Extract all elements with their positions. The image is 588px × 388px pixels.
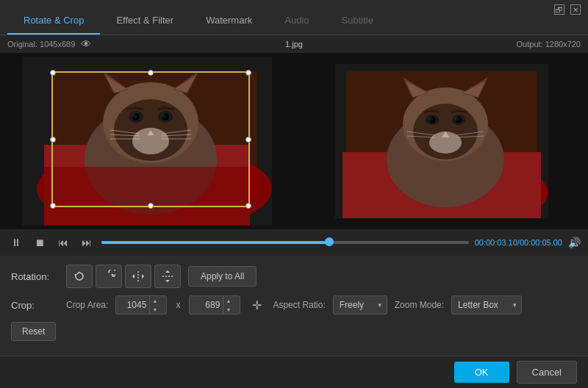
close-button[interactable]: ✕ bbox=[570, 4, 581, 15]
zoom-mode-wrapper[interactable]: Letter Box Pan & Scan Full bbox=[451, 295, 522, 315]
svg-point-16 bbox=[162, 113, 169, 121]
move-icon[interactable]: ✛ bbox=[248, 296, 265, 314]
tab-watermark[interactable]: Watermark bbox=[190, 7, 268, 35]
play-button[interactable]: ⏸ bbox=[7, 234, 25, 251]
aspect-ratio-wrapper[interactable]: Freely Original 16:9 4:3 1:1 bbox=[333, 295, 387, 315]
crop-width-spinners: ▲ ▼ bbox=[149, 296, 159, 314]
crop-width-up[interactable]: ▲ bbox=[150, 296, 159, 305]
tab-audio: Audio bbox=[268, 7, 325, 35]
filename: 1.jpg bbox=[285, 40, 303, 48]
video-area: Original: 1045x689 👁 1.jpg Output: 1280x… bbox=[0, 35, 588, 256]
prev-button[interactable]: ⏮ bbox=[54, 234, 72, 251]
crop-width-input[interactable]: ▲ ▼ bbox=[115, 295, 167, 315]
cancel-button[interactable]: Cancel bbox=[517, 361, 577, 384]
crop-height-input[interactable]: ▲ ▼ bbox=[189, 295, 240, 315]
crop-width-down[interactable]: ▼ bbox=[150, 305, 159, 314]
right-cat-image bbox=[335, 64, 548, 218]
aspect-ratio-select[interactable]: Freely Original 16:9 4:3 1:1 bbox=[333, 295, 387, 315]
aspect-ratio-label: Aspect Ratio: bbox=[273, 300, 325, 310]
flip-vertical-button[interactable] bbox=[154, 265, 181, 288]
svg-rect-25 bbox=[44, 167, 250, 226]
rotate-left-icon bbox=[73, 270, 86, 283]
flip-h-icon bbox=[132, 270, 145, 283]
timeline-fill bbox=[101, 241, 329, 244]
crop-row: Crop: Crop Area: ▲ ▼ x ▲ ▼ ✛ Aspect Rati… bbox=[11, 295, 577, 315]
svg-point-24 bbox=[132, 128, 169, 154]
output-size: Output: 1280x720 bbox=[517, 40, 581, 48]
rotate-left-button[interactable] bbox=[66, 265, 93, 288]
svg-marker-56 bbox=[165, 280, 170, 282]
original-size: Original: 1045x689 👁 bbox=[7, 38, 91, 50]
stop-button[interactable]: ⏹ bbox=[31, 234, 49, 251]
rotate-right-icon bbox=[102, 270, 115, 283]
flip-horizontal-button[interactable] bbox=[125, 265, 151, 288]
tab-effect-filter[interactable]: Effect & Filter bbox=[100, 7, 190, 35]
crop-height-down[interactable]: ▼ bbox=[223, 305, 233, 314]
title-bar: 🗗 ✕ bbox=[547, 0, 588, 19]
tab-bar: Rotate & Crop Effect & Filter Watermark … bbox=[0, 0, 588, 35]
timeline-track[interactable] bbox=[101, 241, 469, 244]
reset-row: Reset bbox=[11, 322, 577, 341]
crop-label: Crop: bbox=[11, 300, 59, 311]
rotation-buttons bbox=[66, 265, 181, 288]
controls-panel: Rotation: bbox=[0, 256, 588, 350]
rotation-row: Rotation: bbox=[11, 265, 577, 288]
info-bar: Original: 1045x689 👁 1.jpg Output: 1280x… bbox=[0, 35, 588, 53]
rotation-label: Rotation: bbox=[11, 271, 59, 282]
timeline-thumb bbox=[325, 237, 334, 246]
main-content: Original: 1045x689 👁 1.jpg Output: 1280x… bbox=[0, 35, 588, 388]
minimize-button[interactable]: 🗗 bbox=[554, 4, 564, 15]
svg-marker-53 bbox=[142, 274, 144, 279]
crop-height-up[interactable]: ▲ bbox=[223, 296, 233, 305]
volume-icon[interactable]: 🔊 bbox=[568, 237, 581, 248]
tab-subtitle: Subtitle bbox=[326, 7, 390, 35]
preview-right bbox=[295, 53, 588, 229]
crop-area-label: Crop Area: bbox=[66, 300, 108, 310]
preview-panels bbox=[0, 53, 588, 229]
svg-point-42 bbox=[455, 117, 462, 123]
svg-point-48 bbox=[429, 132, 462, 154]
controls-bar: ⏸ ⏹ ⏮ ⏭ 00:00:03.10/00:00:05.00 🔊 bbox=[0, 229, 588, 256]
apply-to-all-button[interactable]: Apply to All bbox=[188, 266, 257, 287]
zoom-mode-label: Zoom Mode: bbox=[395, 300, 444, 310]
preview-left[interactable] bbox=[0, 53, 293, 229]
svg-point-15 bbox=[132, 113, 140, 121]
crop-height-spinners: ▲ ▼ bbox=[223, 296, 233, 314]
time-display: 00:00:03.10/00:00:05.00 bbox=[475, 238, 562, 247]
zoom-mode-select[interactable]: Letter Box Pan & Scan Full bbox=[451, 295, 522, 315]
crop-height-field[interactable] bbox=[190, 300, 223, 310]
tab-rotate-crop[interactable]: Rotate & Crop bbox=[7, 7, 100, 35]
rotate-right-button[interactable] bbox=[96, 265, 122, 288]
svg-marker-52 bbox=[132, 274, 135, 279]
next-button[interactable]: ⏭ bbox=[78, 234, 96, 251]
reset-button[interactable]: Reset bbox=[11, 322, 56, 341]
left-cat-image bbox=[22, 57, 272, 226]
svg-marker-49 bbox=[74, 274, 77, 276]
svg-point-41 bbox=[429, 117, 435, 123]
bottom-bar: OK Cancel bbox=[0, 356, 588, 388]
crop-width-field[interactable] bbox=[116, 300, 149, 310]
ok-button[interactable]: OK bbox=[454, 362, 509, 383]
cross-separator: x bbox=[174, 300, 182, 310]
flip-v-icon bbox=[161, 270, 174, 283]
svg-marker-55 bbox=[165, 270, 170, 273]
eye-icon[interactable]: 👁 bbox=[81, 38, 91, 50]
